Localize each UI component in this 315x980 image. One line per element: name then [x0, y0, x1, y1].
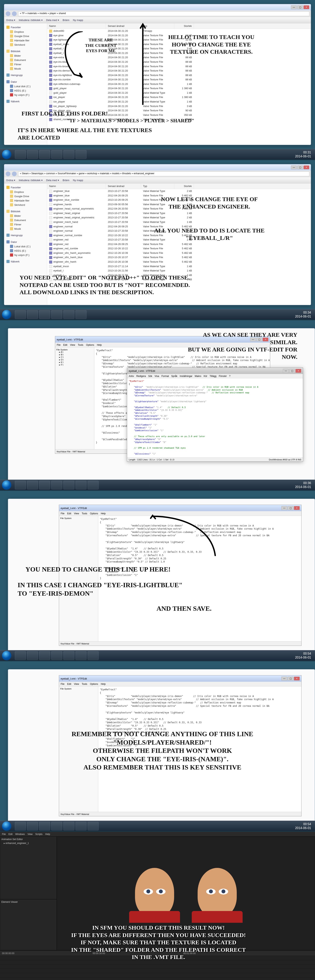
menu-item[interactable]: Tools — [78, 344, 83, 346]
toolbar-burn[interactable]: Bränn — [63, 19, 70, 22]
col-size[interactable]: Storlek — [174, 183, 194, 189]
menu-item[interactable]: Options — [90, 682, 98, 686]
sidebar-item[interactable]: Skrivbord — [4, 43, 47, 47]
taskbar-item[interactable] — [15, 150, 26, 159]
menu-item[interactable]: ? — [229, 375, 231, 377]
toolbar-share[interactable]: Dela med ▾ — [46, 179, 59, 182]
toolbar-share[interactable]: Dela med ▾ — [46, 19, 59, 22]
menu-item[interactable]: File — [2, 833, 6, 835]
menu-item[interactable]: Help — [101, 512, 106, 515]
toolbar-burn[interactable]: Bränn — [63, 179, 70, 182]
sidebar-group[interactable]: Favoriter — [4, 185, 47, 190]
taskbar-item[interactable] — [39, 651, 50, 660]
toolbar-newfolder[interactable]: Ny mapp — [73, 179, 83, 182]
clock[interactable]: 00:312014-06-01 — [295, 151, 313, 158]
sidebar-item[interactable]: Bilder — [4, 54, 47, 58]
menu-item[interactable]: File — [57, 344, 60, 346]
sidebar-item[interactable]: Ny volym (F:) — [4, 93, 47, 97]
clock[interactable]: 00:542014-06-01 — [295, 652, 313, 659]
file-row[interactable]: engineer_red2012-04-26 09:25Valve Textur… — [47, 242, 311, 247]
start-button[interactable] — [2, 821, 11, 831]
menu-item[interactable]: Help — [97, 344, 102, 346]
taskbar-item[interactable] — [51, 150, 62, 159]
menu-item[interactable]: View — [74, 512, 79, 515]
file-row[interactable]: ice_player_lightwarp2014-04-30 21:20Valv… — [47, 104, 311, 108]
menu-item[interactable]: Edit — [8, 833, 13, 835]
taskbar[interactable]: 00:542014-06-01 — [0, 821, 315, 831]
taskbar-item[interactable] — [88, 822, 99, 830]
max-button[interactable]: ▢ — [297, 5, 303, 9]
toolbar-include[interactable]: Inkludera i bibliotek ▾ — [19, 179, 43, 182]
col-date[interactable]: Senast ändrad — [106, 183, 141, 189]
toolbar-newfolder[interactable]: Ny mapp — [73, 19, 83, 22]
min-button[interactable]: — — [281, 676, 287, 681]
menu-item[interactable]: Scripts — [35, 833, 43, 835]
taskbar-item[interactable] — [76, 822, 87, 830]
sidebar-item[interactable]: Ny volym (F:) — [4, 253, 47, 257]
menu-item[interactable]: Tools — [82, 682, 87, 686]
sidebar-item[interactable]: Lokal disk (C:) — [4, 244, 47, 248]
sidebar-group[interactable]: Nätverk — [4, 259, 47, 264]
file-row[interactable]: engineer_head_original_asymmetric2013-10… — [47, 215, 311, 220]
menu-item[interactable]: Edit — [63, 344, 67, 346]
menu-item[interactable]: Inställningar — [180, 375, 193, 377]
sidebar-item[interactable]: Filmer — [4, 222, 47, 227]
min-button[interactable]: — — [283, 369, 289, 373]
start-button[interactable] — [2, 150, 11, 159]
menu-item[interactable]: Edit — [67, 682, 71, 686]
breadcrumb[interactable]: « TF » materials » models » player » sha… — [18, 11, 309, 16]
taskbar-item[interactable] — [51, 822, 62, 830]
menu-item[interactable]: Kör — [204, 375, 207, 377]
taskbar[interactable]: 00:362014-06-01 — [0, 480, 315, 490]
sidebar-item[interactable]: Hämtade filer — [4, 38, 47, 43]
back-button[interactable] — [6, 11, 10, 16]
taskbar-item[interactable] — [15, 651, 26, 660]
forward-button[interactable] — [12, 172, 17, 176]
file-row[interactable]: gold_player2014-04-30 21:20Valve Materia… — [47, 91, 311, 95]
taskbar-item[interactable] — [51, 651, 62, 660]
close-button[interactable]: × — [304, 5, 309, 9]
sidebar-item[interactable]: Dokument — [4, 58, 47, 62]
taskbar-item[interactable] — [76, 150, 87, 159]
min-button[interactable]: — — [291, 165, 297, 169]
forward-button[interactable] — [12, 11, 17, 16]
taskbar-item[interactable] — [63, 150, 74, 159]
file-row[interactable]: engineer_red_zombie2012-10-26 10:22Valve… — [47, 247, 311, 251]
taskbar[interactable]: 00:312014-06-01 — [0, 149, 315, 159]
titlebar[interactable]: —▢× — [4, 164, 311, 170]
sidebar-group[interactable]: Hemgrupp — [4, 73, 47, 78]
taskbar-item[interactable] — [63, 481, 74, 489]
sidebar-item[interactable]: Filmer — [4, 62, 47, 67]
menu-item[interactable]: Språk — [171, 375, 177, 377]
file-row[interactable]: engineer_sfm_hwnh_asymmetric2012-10-26 1… — [47, 251, 311, 255]
taskbar-item[interactable] — [27, 481, 38, 489]
toolbar-organize[interactable]: Ordna ▾ — [6, 179, 15, 182]
file-row[interactable]: ice_player2014-04-30 21:20Valve Texture … — [47, 95, 311, 100]
back-button[interactable] — [6, 172, 10, 176]
taskbar-item[interactable] — [76, 481, 87, 489]
taskbar-item[interactable] — [27, 310, 38, 319]
clock[interactable]: 00:542014-06-01 — [295, 822, 313, 830]
sidebar-group[interactable]: Bibliotek — [4, 49, 47, 54]
menu-item[interactable]: File — [61, 682, 64, 686]
menu-item[interactable]: Makro — [195, 375, 201, 377]
taskbar-item[interactable] — [39, 481, 50, 489]
close-button[interactable]: × — [294, 676, 300, 681]
menu-item[interactable]: Format — [161, 375, 169, 377]
max-button[interactable]: ▢ — [297, 165, 303, 169]
file-row[interactable]: eyeball_l2013-10-26 21:56Valve Material … — [47, 269, 311, 273]
menu-item[interactable]: Tillägg — [209, 375, 216, 377]
max-button[interactable]: ▢ — [289, 369, 295, 373]
file-row[interactable]: engineer_blue2013-10-27 20:58Valve Mater… — [47, 189, 311, 194]
max-button[interactable]: ▢ — [288, 506, 293, 510]
taskbar-item[interactable] — [63, 310, 74, 319]
clock[interactable]: 00:362014-06-01 — [295, 481, 313, 488]
file-row[interactable]: ice_player2014-04-30 21:20Valve Material… — [47, 100, 311, 104]
menu-item[interactable]: Sök — [148, 375, 152, 377]
close-button[interactable]: × — [294, 506, 300, 510]
menu-item[interactable]: Fönster — [219, 375, 227, 377]
start-button[interactable] — [2, 480, 11, 490]
start-button[interactable] — [2, 310, 11, 319]
taskbar-item[interactable] — [39, 822, 50, 830]
sidebar-item[interactable]: Hämtade filer — [4, 198, 47, 203]
